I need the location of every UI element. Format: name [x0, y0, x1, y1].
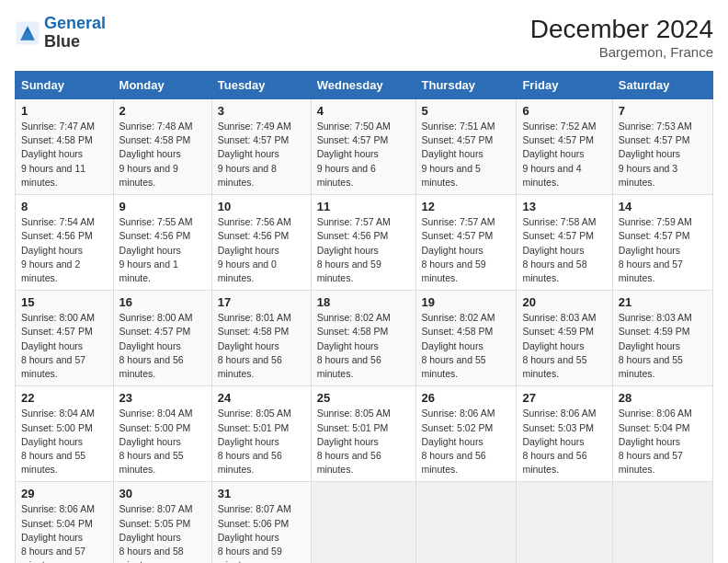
day-number: 24	[218, 391, 305, 405]
empty-day-cell	[415, 482, 517, 563]
empty-day-cell	[517, 482, 612, 563]
column-header-saturday: Saturday	[612, 72, 712, 99]
day-detail: Sunrise: 8:02 AMSunset: 4:58 PMDaylight …	[422, 312, 495, 379]
day-number: 21	[619, 295, 707, 309]
calendar-day-cell: 26Sunrise: 8:06 AMSunset: 5:02 PMDayligh…	[415, 386, 517, 482]
day-number: 30	[119, 487, 206, 500]
calendar-week-row: 22Sunrise: 8:04 AMSunset: 5:00 PMDayligh…	[16, 386, 713, 482]
calendar-day-cell: 30Sunrise: 8:07 AMSunset: 5:05 PMDayligh…	[113, 482, 211, 563]
logo: General Blue	[15, 15, 106, 52]
day-detail: Sunrise: 8:05 AMSunset: 5:01 PMDaylight …	[218, 408, 291, 475]
day-number: 7	[619, 104, 707, 118]
calendar-week-row: 29Sunrise: 8:06 AMSunset: 5:04 PMDayligh…	[16, 482, 713, 563]
column-header-friday: Friday	[517, 72, 612, 99]
day-number: 15	[21, 295, 108, 309]
empty-day-cell	[612, 482, 712, 563]
calendar-day-cell: 6Sunrise: 7:52 AMSunset: 4:57 PMDaylight…	[517, 99, 612, 195]
logo-text: General Blue	[44, 15, 106, 52]
calendar-day-cell: 9Sunrise: 7:55 AMSunset: 4:56 PMDaylight…	[113, 195, 211, 291]
calendar-day-cell: 28Sunrise: 8:06 AMSunset: 5:04 PMDayligh…	[612, 386, 712, 482]
empty-day-cell	[311, 482, 415, 563]
day-detail: Sunrise: 8:06 AMSunset: 5:02 PMDaylight …	[422, 408, 495, 475]
calendar-table: SundayMondayTuesdayWednesdayThursdayFrid…	[15, 71, 713, 563]
calendar-day-cell: 13Sunrise: 7:58 AMSunset: 4:57 PMDayligh…	[517, 195, 612, 291]
calendar-day-cell: 11Sunrise: 7:57 AMSunset: 4:56 PMDayligh…	[311, 195, 415, 291]
calendar-day-cell: 29Sunrise: 8:06 AMSunset: 5:04 PMDayligh…	[16, 482, 114, 563]
calendar-day-cell: 24Sunrise: 8:05 AMSunset: 5:01 PMDayligh…	[211, 386, 311, 482]
day-detail: Sunrise: 7:50 AMSunset: 4:57 PMDaylight …	[317, 121, 391, 188]
day-detail: Sunrise: 7:51 AMSunset: 4:57 PMDaylight …	[422, 121, 495, 188]
calendar-day-cell: 21Sunrise: 8:03 AMSunset: 4:59 PMDayligh…	[612, 291, 712, 386]
day-number: 27	[522, 391, 606, 405]
day-number: 13	[522, 200, 606, 213]
day-detail: Sunrise: 8:07 AMSunset: 5:05 PMDaylight …	[119, 503, 193, 563]
calendar-day-cell: 5Sunrise: 7:51 AMSunset: 4:57 PMDaylight…	[415, 99, 517, 195]
day-detail: Sunrise: 7:59 AMSunset: 4:57 PMDaylight …	[619, 216, 692, 283]
day-detail: Sunrise: 7:52 AMSunset: 4:57 PMDaylight …	[522, 121, 596, 188]
calendar-day-cell: 16Sunrise: 8:00 AMSunset: 4:57 PMDayligh…	[113, 291, 211, 386]
day-detail: Sunrise: 7:56 AMSunset: 4:56 PMDaylight …	[218, 216, 291, 283]
title-block: December 2024 Bargemon, France	[530, 15, 713, 60]
day-number: 26	[422, 391, 511, 405]
calendar-day-cell: 31Sunrise: 8:07 AMSunset: 5:06 PMDayligh…	[211, 482, 311, 563]
day-number: 4	[317, 104, 410, 118]
calendar-day-cell: 2Sunrise: 7:48 AMSunset: 4:58 PMDaylight…	[113, 99, 211, 195]
page-title: December 2024	[530, 15, 713, 44]
day-detail: Sunrise: 8:06 AMSunset: 5:03 PMDaylight …	[522, 408, 596, 475]
day-detail: Sunrise: 8:00 AMSunset: 4:57 PMDaylight …	[119, 312, 193, 379]
day-number: 12	[422, 200, 511, 213]
day-number: 19	[422, 295, 511, 309]
column-header-wednesday: Wednesday	[311, 72, 415, 99]
day-detail: Sunrise: 7:48 AMSunset: 4:58 PMDaylight …	[119, 121, 193, 188]
day-detail: Sunrise: 7:53 AMSunset: 4:57 PMDaylight …	[619, 121, 692, 188]
calendar-header-row: SundayMondayTuesdayWednesdayThursdayFrid…	[16, 72, 713, 99]
calendar-day-cell: 7Sunrise: 7:53 AMSunset: 4:57 PMDaylight…	[612, 99, 712, 195]
calendar-day-cell: 23Sunrise: 8:04 AMSunset: 5:00 PMDayligh…	[113, 386, 211, 482]
day-number: 16	[119, 295, 206, 309]
calendar-day-cell: 14Sunrise: 7:59 AMSunset: 4:57 PMDayligh…	[612, 195, 712, 291]
calendar-day-cell: 18Sunrise: 8:02 AMSunset: 4:58 PMDayligh…	[311, 291, 415, 386]
calendar-day-cell: 10Sunrise: 7:56 AMSunset: 4:56 PMDayligh…	[211, 195, 311, 291]
calendar-day-cell: 8Sunrise: 7:54 AMSunset: 4:56 PMDaylight…	[16, 195, 114, 291]
column-header-thursday: Thursday	[415, 72, 517, 99]
day-number: 22	[21, 391, 108, 405]
day-number: 5	[422, 104, 511, 118]
column-header-tuesday: Tuesday	[211, 72, 311, 99]
day-detail: Sunrise: 7:54 AMSunset: 4:56 PMDaylight …	[21, 216, 95, 283]
day-number: 25	[317, 391, 410, 405]
calendar-day-cell: 25Sunrise: 8:05 AMSunset: 5:01 PMDayligh…	[311, 386, 415, 482]
column-header-monday: Monday	[113, 72, 211, 99]
day-number: 6	[522, 104, 606, 118]
day-number: 18	[317, 295, 410, 309]
day-detail: Sunrise: 8:04 AMSunset: 5:00 PMDaylight …	[119, 408, 193, 475]
day-detail: Sunrise: 8:04 AMSunset: 5:00 PMDaylight …	[21, 408, 95, 475]
day-detail: Sunrise: 8:07 AMSunset: 5:06 PMDaylight …	[218, 503, 291, 563]
day-number: 2	[119, 104, 206, 118]
day-number: 1	[21, 104, 108, 118]
calendar-day-cell: 3Sunrise: 7:49 AMSunset: 4:57 PMDaylight…	[211, 99, 311, 195]
page-header: General Blue December 2024 Bargemon, Fra…	[15, 15, 713, 60]
day-detail: Sunrise: 7:57 AMSunset: 4:56 PMDaylight …	[317, 216, 391, 283]
day-detail: Sunrise: 7:47 AMSunset: 4:58 PMDaylight …	[21, 121, 95, 188]
day-detail: Sunrise: 8:03 AMSunset: 4:59 PMDaylight …	[619, 312, 692, 379]
calendar-day-cell: 15Sunrise: 8:00 AMSunset: 4:57 PMDayligh…	[16, 291, 114, 386]
day-number: 11	[317, 200, 410, 213]
day-detail: Sunrise: 8:03 AMSunset: 4:59 PMDaylight …	[522, 312, 596, 379]
logo-icon	[15, 20, 40, 46]
calendar-day-cell: 27Sunrise: 8:06 AMSunset: 5:03 PMDayligh…	[517, 386, 612, 482]
calendar-day-cell: 12Sunrise: 7:57 AMSunset: 4:57 PMDayligh…	[415, 195, 517, 291]
day-number: 10	[218, 200, 305, 213]
calendar-week-row: 1Sunrise: 7:47 AMSunset: 4:58 PMDaylight…	[16, 99, 713, 195]
day-detail: Sunrise: 7:49 AMSunset: 4:57 PMDaylight …	[218, 121, 291, 188]
calendar-week-row: 8Sunrise: 7:54 AMSunset: 4:56 PMDaylight…	[16, 195, 713, 291]
day-number: 28	[619, 391, 707, 405]
day-number: 14	[619, 200, 707, 213]
day-detail: Sunrise: 8:02 AMSunset: 4:58 PMDaylight …	[317, 312, 391, 379]
calendar-day-cell: 4Sunrise: 7:50 AMSunset: 4:57 PMDaylight…	[311, 99, 415, 195]
calendar-week-row: 15Sunrise: 8:00 AMSunset: 4:57 PMDayligh…	[16, 291, 713, 386]
page-subtitle: Bargemon, France	[530, 44, 713, 60]
day-number: 23	[119, 391, 206, 405]
day-detail: Sunrise: 8:05 AMSunset: 5:01 PMDaylight …	[317, 408, 391, 475]
calendar-day-cell: 22Sunrise: 8:04 AMSunset: 5:00 PMDayligh…	[16, 386, 114, 482]
day-number: 31	[218, 487, 305, 500]
